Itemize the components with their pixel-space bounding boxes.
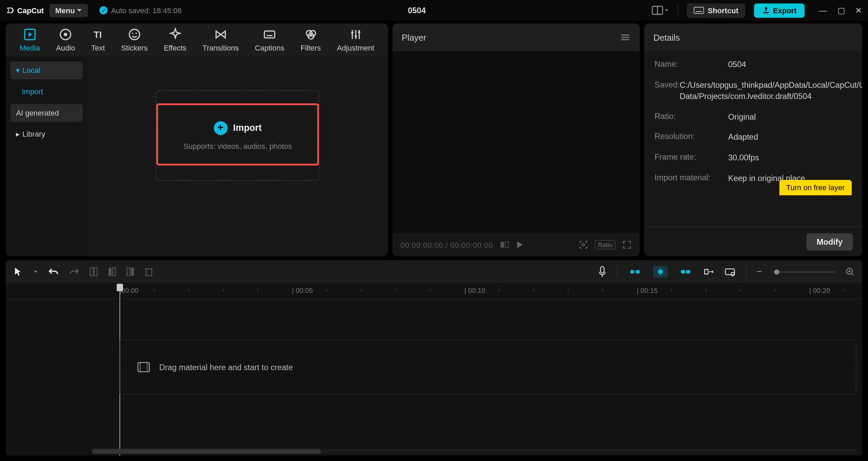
svg-point-9 (132, 32, 133, 34)
svg-rect-34 (146, 269, 152, 276)
tab-stickers[interactable]: Stickers (113, 24, 156, 55)
ruler-minitick (533, 289, 534, 292)
details-header: Details (644, 23, 862, 51)
import-highlight (156, 103, 319, 165)
divider (746, 266, 747, 277)
tab-label: Text (91, 43, 105, 52)
tab-label: Captions (255, 43, 284, 52)
detail-value: Adapted (728, 132, 852, 143)
detail-value: Original (728, 111, 852, 122)
tab-effects[interactable]: Effects (156, 24, 194, 55)
svg-line-50 (852, 274, 853, 275)
ratio-button[interactable]: Ratio (595, 240, 615, 249)
chevron-down-icon (665, 8, 669, 13)
timeline: |00:00 | 00:05 | 00:10 | 00:15 | 00:20 D… (6, 283, 862, 456)
zoom-out[interactable]: − (757, 266, 762, 277)
divider (678, 5, 678, 16)
media-tabs: Media Audio TI Text Stickers Effects Tra… (6, 23, 388, 56)
check-icon: ✓ (100, 6, 108, 15)
ruler-minitick (740, 289, 741, 292)
maximize-button[interactable]: ▢ (837, 6, 845, 15)
free-layer-button[interactable]: Turn on free layer (779, 180, 852, 196)
hamburger-icon[interactable] (620, 33, 631, 41)
snap-tool[interactable] (653, 266, 668, 278)
ruler-minitick (602, 289, 603, 292)
layout-icon (652, 6, 664, 15)
detail-row-ratio: Ratio:Original (655, 111, 852, 122)
app-name: CapCut (17, 6, 44, 15)
export-label: Export (773, 6, 796, 15)
ruler-minitick (395, 289, 396, 292)
tab-audio[interactable]: Audio (48, 24, 83, 55)
detail-label: Frame rate: (655, 152, 728, 163)
ruler-minitick (671, 289, 672, 292)
split-right-tool[interactable] (126, 266, 135, 277)
export-button[interactable]: Export (754, 3, 805, 17)
svg-rect-33 (131, 268, 134, 276)
tab-captions[interactable]: Captions (247, 24, 292, 55)
close-button[interactable]: ✕ (855, 6, 862, 15)
tab-label: Transitions (202, 43, 239, 52)
tab-label: Effects (164, 43, 186, 52)
sidebar-item-local[interactable]: ▾Local (11, 61, 83, 79)
scrollbar-thumb[interactable] (92, 449, 321, 454)
svg-text:TI: TI (94, 29, 102, 40)
video-track-icon (137, 362, 150, 373)
tab-transitions[interactable]: Transitions (195, 24, 247, 55)
timeline-ruler[interactable]: |00:00 | 00:05 | 00:10 | 00:15 | 00:20 (6, 283, 862, 299)
preview-axis-tool[interactable] (703, 267, 714, 276)
player-viewport[interactable] (393, 51, 640, 233)
svg-rect-43 (686, 270, 690, 274)
chevron-down-icon (77, 7, 82, 13)
transitions-icon (214, 27, 228, 41)
titlebar-right: Shortcut Export — ▢ ✕ (652, 3, 862, 17)
media-sidebar: ▾Local Import AI generated ▸Library (6, 56, 87, 256)
svg-rect-53 (138, 363, 150, 372)
sidebar-item-import[interactable]: Import (11, 83, 83, 101)
tab-label: Stickers (121, 43, 147, 52)
link-tool[interactable] (678, 266, 693, 278)
svg-rect-30 (108, 268, 111, 276)
tab-adjustment[interactable]: Adjustment (329, 24, 382, 55)
zoom-thumb[interactable] (774, 269, 779, 274)
ruler-tick: | 00:10 (465, 287, 486, 295)
redo-button[interactable] (69, 267, 79, 276)
details-footer: Modify (644, 226, 862, 256)
split-tool[interactable] (90, 266, 98, 277)
svg-rect-44 (704, 269, 708, 274)
play-icon[interactable] (516, 241, 523, 249)
svg-rect-25 (500, 242, 504, 248)
ruler-minitick (154, 289, 155, 292)
menu-button[interactable]: Menu (50, 4, 88, 17)
sidebar-item-ai[interactable]: AI generated (11, 104, 83, 122)
tab-label: Filters (300, 43, 321, 52)
import-dropzone[interactable]: + Import Supports: videos, audios, photo… (156, 90, 319, 181)
timeline-scrollbar[interactable] (92, 449, 856, 454)
magnet-tool[interactable] (627, 266, 642, 278)
sidebar-item-library[interactable]: ▸Library (11, 125, 83, 143)
mic-button[interactable] (598, 266, 606, 278)
delete-tool[interactable] (145, 267, 153, 276)
detail-row-saved: Saved:C:/Users/topgus_thinkpad/AppData/L… (655, 80, 852, 102)
cursor-dropdown[interactable] (33, 269, 38, 274)
zoom-in[interactable] (846, 268, 854, 276)
zoom-slider[interactable] (772, 271, 835, 273)
tab-label: Media (20, 43, 40, 52)
preview-quality-icon[interactable] (500, 241, 509, 248)
scan-icon[interactable] (579, 240, 588, 249)
fullscreen-icon[interactable] (623, 240, 632, 249)
shortcut-button[interactable]: Shortcut (687, 3, 745, 17)
modify-button[interactable]: Modify (806, 233, 853, 250)
cursor-tool[interactable] (14, 266, 23, 277)
tab-filters[interactable]: Filters (292, 24, 329, 55)
tab-media[interactable]: Media (12, 24, 48, 55)
minimize-button[interactable]: — (819, 6, 827, 15)
timeline-track[interactable]: Drag material here and start to create (120, 340, 856, 395)
tab-text[interactable]: TI Text (83, 24, 113, 55)
undo-button[interactable] (48, 267, 59, 276)
split-left-tool[interactable] (108, 266, 116, 277)
detail-label: Name: (655, 59, 728, 71)
timeline-settings[interactable] (724, 267, 735, 276)
layout-button[interactable] (652, 6, 669, 15)
svg-rect-42 (681, 270, 685, 274)
